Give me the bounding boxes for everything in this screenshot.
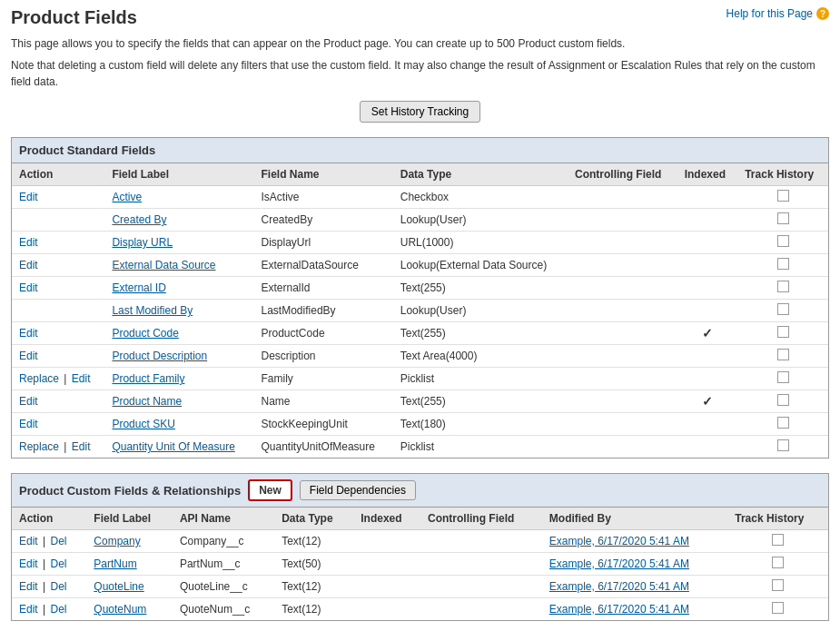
new-button[interactable]: New bbox=[248, 479, 292, 501]
help-link[interactable]: Help for this Page ? bbox=[726, 7, 829, 20]
custom-field-label-link[interactable]: QuoteLine bbox=[94, 580, 143, 593]
table-row: Created By CreatedBy Lookup(User) bbox=[12, 209, 828, 232]
action-link-secondary[interactable]: Edit bbox=[72, 440, 91, 453]
field-label-cell: Last Modified By bbox=[104, 300, 253, 322]
field-label-link[interactable]: Product Family bbox=[112, 372, 184, 385]
field-label-link[interactable]: External ID bbox=[112, 281, 165, 294]
custom-track-history-checkbox[interactable] bbox=[772, 557, 784, 568]
custom-controlling-cell bbox=[420, 576, 542, 598]
field-label-link[interactable]: Product Description bbox=[112, 350, 207, 362]
field-label-cell: Display URL bbox=[104, 232, 253, 254]
indexed-check: ✓ bbox=[702, 326, 713, 340]
custom-col-data-type: Data Type bbox=[274, 508, 353, 530]
track-history-cell bbox=[737, 436, 828, 458]
indexed-cell bbox=[677, 436, 738, 458]
custom-field-label-link[interactable]: PartNum bbox=[94, 557, 136, 570]
track-history-checkbox[interactable] bbox=[777, 258, 789, 270]
action-link-secondary[interactable]: Edit bbox=[72, 372, 91, 385]
custom-track-history-checkbox[interactable] bbox=[772, 534, 784, 546]
custom-track-history-checkbox[interactable] bbox=[772, 579, 784, 591]
track-history-checkbox[interactable] bbox=[777, 439, 789, 451]
field-label-cell: External Data Source bbox=[104, 254, 253, 277]
custom-edit-link[interactable]: Edit bbox=[19, 535, 38, 547]
action-cell: Edit bbox=[12, 390, 104, 413]
table-row: Edit External Data Source ExternalDataSo… bbox=[12, 254, 828, 277]
track-history-checkbox[interactable] bbox=[777, 394, 789, 406]
custom-del-link[interactable]: Del bbox=[50, 535, 66, 547]
field-name-cell: QuantityUnitOfMeasure bbox=[254, 436, 393, 458]
col-indexed: Indexed bbox=[677, 163, 738, 186]
table-row: Edit External ID ExternalId Text(255) bbox=[12, 277, 828, 300]
field-label-link[interactable]: Quantity Unit Of Measure bbox=[112, 440, 234, 453]
action-link-primary[interactable]: Replace bbox=[19, 372, 59, 385]
custom-data-type-cell: Text(12) bbox=[274, 530, 353, 553]
custom-edit-link[interactable]: Edit bbox=[19, 557, 38, 570]
action-link-edit[interactable]: Edit bbox=[19, 350, 38, 362]
indexed-cell bbox=[677, 277, 738, 300]
custom-edit-link[interactable]: Edit bbox=[19, 580, 38, 593]
action-link-edit[interactable]: Edit bbox=[19, 236, 38, 249]
table-row: Edit Product Name Name Text(255) ✓ bbox=[12, 390, 828, 413]
field-label-link[interactable]: Last Modified By bbox=[112, 304, 193, 317]
set-history-tracking-button[interactable]: Set History Tracking bbox=[360, 101, 480, 123]
field-label-link[interactable]: Created By bbox=[112, 213, 166, 226]
track-history-checkbox[interactable] bbox=[777, 326, 789, 338]
field-label-link[interactable]: Product Code bbox=[112, 327, 178, 340]
col-track-history: Track History bbox=[737, 163, 828, 186]
custom-modified-by-cell: Example, 6/17/2020 5:41 AM bbox=[542, 598, 727, 621]
custom-del-link[interactable]: Del bbox=[50, 580, 66, 593]
action-cell: Replace | Edit bbox=[12, 436, 104, 458]
action-link-primary[interactable]: Replace bbox=[19, 440, 59, 453]
indexed-cell bbox=[677, 232, 738, 254]
custom-field-label-link[interactable]: Company bbox=[94, 535, 140, 547]
custom-modified-by-cell: Example, 6/17/2020 5:41 AM bbox=[542, 553, 727, 576]
custom-del-link[interactable]: Del bbox=[50, 603, 66, 616]
field-label-cell: Created By bbox=[104, 209, 253, 232]
modified-by-link[interactable]: Example, 6/17/2020 5:41 AM bbox=[549, 557, 689, 570]
field-label-link[interactable]: Product Name bbox=[112, 395, 182, 408]
action-link-edit[interactable]: Edit bbox=[19, 395, 38, 408]
track-history-cell bbox=[737, 322, 828, 345]
custom-action-cell: Edit | Del bbox=[12, 530, 86, 553]
track-history-checkbox[interactable] bbox=[777, 235, 789, 247]
field-label-link[interactable]: External Data Source bbox=[112, 259, 215, 271]
custom-del-link[interactable]: Del bbox=[50, 557, 66, 570]
track-history-checkbox[interactable] bbox=[777, 281, 789, 292]
data-type-cell: Lookup(External Data Source) bbox=[393, 254, 568, 277]
field-label-link[interactable]: Product SKU bbox=[112, 418, 174, 430]
track-history-cell bbox=[737, 300, 828, 322]
field-label-link[interactable]: Active bbox=[112, 191, 142, 203]
action-link-edit[interactable]: Edit bbox=[19, 418, 38, 430]
data-type-cell: Picklist bbox=[393, 436, 568, 458]
track-history-checkbox[interactable] bbox=[777, 349, 789, 360]
track-history-cell bbox=[737, 390, 828, 413]
custom-col-field-label: Field Label bbox=[86, 508, 173, 530]
custom-field-label-cell: Company bbox=[86, 530, 173, 553]
action-cell: Edit bbox=[12, 186, 104, 209]
track-history-checkbox[interactable] bbox=[777, 371, 789, 383]
custom-edit-link[interactable]: Edit bbox=[19, 603, 38, 616]
action-link-edit[interactable]: Edit bbox=[19, 259, 38, 271]
field-label-link[interactable]: Display URL bbox=[112, 236, 173, 249]
modified-by-link[interactable]: Example, 6/17/2020 5:41 AM bbox=[549, 603, 689, 616]
field-label-cell: Active bbox=[104, 186, 253, 209]
modified-by-link[interactable]: Example, 6/17/2020 5:41 AM bbox=[549, 535, 689, 547]
custom-field-label-cell: QuoteLine bbox=[86, 576, 173, 598]
action-link-edit[interactable]: Edit bbox=[19, 327, 38, 340]
action-link-edit[interactable]: Edit bbox=[19, 191, 38, 203]
action-link-edit[interactable]: Edit bbox=[19, 281, 38, 294]
track-history-checkbox[interactable] bbox=[777, 212, 789, 224]
indexed-cell bbox=[677, 300, 738, 322]
standard-fields-table: Action Field Label Field Name Data Type … bbox=[12, 163, 828, 458]
custom-action-cell: Edit | Del bbox=[12, 576, 86, 598]
custom-col-action: Action bbox=[12, 508, 86, 530]
modified-by-link[interactable]: Example, 6/17/2020 5:41 AM bbox=[549, 580, 689, 593]
field-dependencies-button[interactable]: Field Dependencies bbox=[300, 480, 416, 500]
custom-field-label-link[interactable]: QuoteNum bbox=[94, 603, 146, 616]
track-history-checkbox[interactable] bbox=[777, 417, 789, 429]
custom-track-history-checkbox[interactable] bbox=[772, 602, 784, 614]
track-history-checkbox[interactable] bbox=[777, 190, 789, 202]
field-label-cell: External ID bbox=[104, 277, 253, 300]
data-type-cell: Lookup(User) bbox=[393, 209, 568, 232]
track-history-checkbox[interactable] bbox=[777, 303, 789, 315]
